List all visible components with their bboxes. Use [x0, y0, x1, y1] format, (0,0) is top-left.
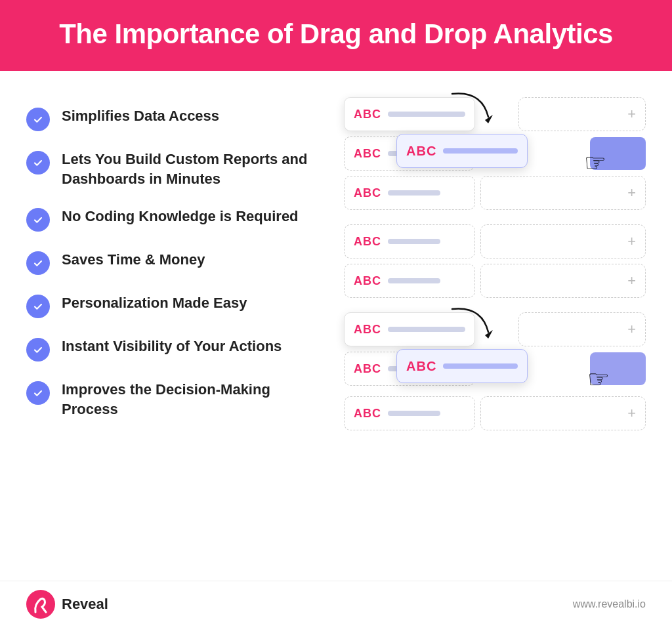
footer: Reveal www.revealbi.io: [0, 581, 672, 627]
hand-cursor-2: ☞: [587, 365, 610, 394]
logo-text: Reveal: [62, 596, 108, 613]
abc-label: ABC: [354, 407, 381, 421]
check-icon: [26, 251, 50, 275]
list-item: Improves the Decision-Making Process: [26, 371, 318, 428]
svg-point-2: [32, 213, 45, 226]
panel-line: [388, 190, 440, 196]
check-icon: [26, 338, 50, 362]
drop-zone-5: +: [480, 264, 646, 298]
dropped-panel-1: ABC: [396, 134, 528, 168]
check-icon: [26, 108, 50, 131]
panel-line: [443, 148, 518, 154]
list-item: No Coding Knowledge is Required: [26, 197, 318, 241]
hand-cursor-1: ☞: [584, 148, 606, 177]
drop-zone-4: +: [480, 224, 646, 258]
checklist-item-text: Instant Visibility of Your Actions: [62, 337, 282, 356]
abc-label: ABC: [354, 108, 381, 121]
drag-drop-illustration: ABC + ABC: [344, 91, 646, 568]
panel-line: [388, 278, 440, 283]
svg-point-3: [32, 257, 45, 270]
page-title: The Importance of Drag and Drop Analytic…: [26, 18, 646, 50]
check-icon: [26, 151, 50, 175]
check-icon: [26, 295, 50, 318]
checklist-item-text: Personalization Made Easy: [62, 293, 247, 313]
website-url: www.revealbi.io: [573, 598, 646, 610]
svg-point-0: [32, 113, 45, 126]
drop-zone-1: +: [518, 97, 646, 131]
checklist-item-text: Lets You Build Custom Reports and Dashbo…: [62, 150, 318, 188]
checklist-item-text: Simplifies Data Access: [62, 106, 219, 126]
checklist-item-text: Saves Time & Money: [62, 250, 205, 270]
svg-point-6: [32, 386, 45, 400]
dropped-panel-2: ABC: [396, 349, 528, 383]
drag-drop-wrapper: ABC + ABC: [344, 91, 646, 437]
abc-label: ABC: [354, 274, 381, 288]
reveal-logo-icon: [26, 590, 55, 619]
list-item: Saves Time & Money: [26, 241, 318, 284]
middle-drag-section: ABC + ABC +: [344, 224, 646, 298]
drag-panel-4: ABC: [344, 224, 475, 258]
drag-arrow-svg: [446, 87, 498, 127]
svg-point-9: [26, 590, 55, 619]
abc-label: ABC: [354, 323, 381, 337]
bottom-drag-section: ABC + ABC: [344, 312, 646, 430]
checklist: Simplifies Data Access Lets You Build Cu…: [26, 91, 318, 568]
plus-icon: +: [627, 321, 636, 338]
plus-icon: +: [627, 106, 636, 123]
check-icon: [26, 208, 50, 232]
list-item: Instant Visibility of Your Actions: [26, 327, 318, 371]
drag-panel-5: ABC: [344, 264, 475, 298]
list-item: Lets You Build Custom Reports and Dashbo…: [26, 140, 318, 197]
svg-point-1: [32, 156, 45, 169]
svg-point-4: [32, 300, 45, 313]
panel-line: [388, 239, 440, 244]
svg-point-5: [32, 343, 45, 356]
abc-label: ABC: [354, 362, 381, 376]
check-icon: [26, 381, 50, 405]
logo-area: Reveal: [26, 590, 108, 619]
abc-label: ABC: [354, 147, 381, 161]
drag-arrow-svg-2: [446, 302, 498, 342]
panel-line: [443, 363, 518, 369]
drag-panel-3: ABC: [344, 176, 475, 210]
abc-label: ABC: [406, 144, 436, 159]
header: The Importance of Drag and Drop Analytic…: [0, 0, 672, 71]
checklist-item-text: No Coding Knowledge is Required: [62, 207, 299, 226]
list-item: Personalization Made Easy: [26, 284, 318, 327]
plus-icon: +: [627, 233, 636, 250]
abc-label: ABC: [354, 186, 381, 200]
main-content: Simplifies Data Access Lets You Build Cu…: [0, 71, 672, 581]
drop-zone-b1: +: [518, 312, 646, 346]
plus-icon: +: [627, 184, 636, 201]
abc-label: ABC: [406, 359, 436, 374]
abc-label: ABC: [354, 235, 381, 249]
checklist-item-text: Improves the Decision-Making Process: [62, 380, 318, 419]
top-drag-section: ABC + ABC: [344, 97, 646, 210]
drop-zone-3: +: [480, 176, 646, 210]
plus-icon: +: [627, 405, 636, 422]
drag-panel-b3: ABC: [344, 396, 475, 430]
panel-line: [388, 411, 440, 416]
plus-icon: +: [627, 272, 636, 289]
list-item: Simplifies Data Access: [26, 97, 318, 140]
drop-zone-b3: +: [480, 396, 646, 430]
